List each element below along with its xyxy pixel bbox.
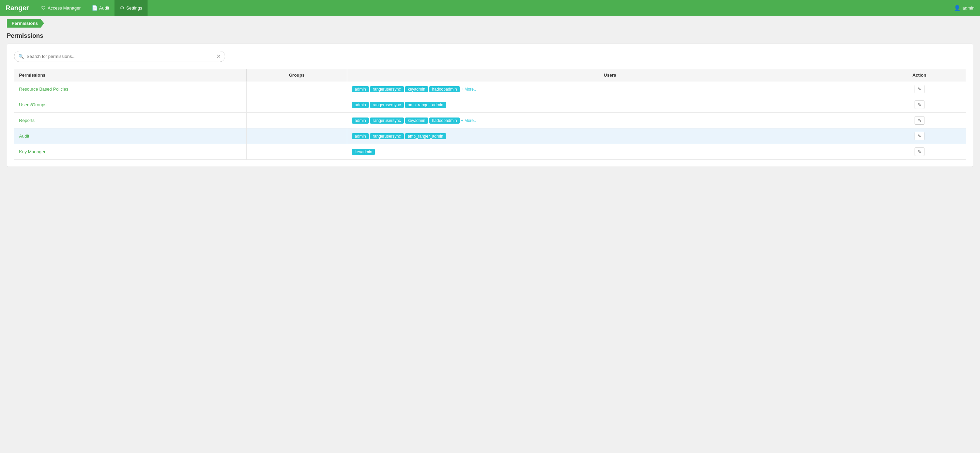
user-tag: hadoopadmin: [430, 118, 460, 124]
more-users-link[interactable]: + More..: [461, 118, 476, 123]
user-tag: rangerusersync: [370, 133, 404, 139]
settings-icon: ⚙: [120, 5, 124, 11]
nav-access-manager[interactable]: 🛡 Access Manager: [36, 0, 86, 16]
nav-settings-label: Settings: [126, 5, 142, 11]
permission-link[interactable]: Resource Based Policies: [19, 86, 68, 92]
permission-link[interactable]: Audit: [19, 134, 29, 138]
nav-items: 🛡 Access Manager 📄 Audit ⚙ Settings: [36, 0, 954, 16]
nav-access-manager-label: Access Manager: [48, 5, 81, 11]
action-cell: ✎: [873, 129, 966, 144]
main-content: 🔍 ✕ Permissions Groups Users Action Reso…: [7, 44, 973, 167]
users-cell: adminrangerusersynckeyadminhadoopadmin+ …: [347, 81, 873, 97]
page-title: Permissions: [0, 31, 980, 44]
permission-link[interactable]: Users/Groups: [19, 102, 46, 107]
user-tag: rangerusersync: [370, 102, 404, 108]
edit-button[interactable]: ✎: [915, 85, 924, 93]
action-cell: ✎: [873, 144, 966, 160]
breadcrumb-bar: Permissions: [0, 16, 980, 31]
table-row: Key Managerkeyadmin✎: [14, 144, 966, 160]
user-tag: admin: [352, 118, 369, 124]
user-tag: keyadmin: [405, 86, 428, 92]
breadcrumb: Permissions: [7, 19, 44, 28]
action-cell: ✎: [873, 97, 966, 113]
shield-icon: 🛡: [41, 5, 46, 11]
search-icon: 🔍: [18, 54, 24, 59]
nav-audit-label: Audit: [99, 5, 110, 11]
user-tag: amb_ranger_admin: [405, 102, 446, 108]
table-row: Users/Groupsadminrangerusersyncamb_range…: [14, 97, 966, 113]
users-cell: adminrangerusersyncamb_ranger_admin: [347, 129, 873, 144]
user-tag: amb_ranger_admin: [405, 133, 446, 139]
col-header-action: Action: [873, 69, 966, 81]
table-header-row: Permissions Groups Users Action: [14, 69, 966, 81]
permission-link[interactable]: Reports: [19, 118, 35, 123]
more-users-link[interactable]: + More..: [461, 87, 476, 92]
nav-settings[interactable]: ⚙ Settings: [115, 0, 148, 16]
navbar: Ranger 🛡 Access Manager 📄 Audit ⚙ Settin…: [0, 0, 980, 16]
edit-button[interactable]: ✎: [915, 132, 924, 140]
user-tag: keyadmin: [352, 149, 375, 155]
audit-icon: 📄: [92, 5, 97, 11]
table-row: Reportsadminrangerusersynckeyadminhadoop…: [14, 113, 966, 129]
search-box: 🔍 ✕: [14, 51, 225, 62]
groups-cell: [247, 113, 347, 129]
users-cell: keyadmin: [347, 144, 873, 160]
user-tag: admin: [352, 133, 369, 139]
action-cell: ✎: [873, 81, 966, 97]
user-tag: rangerusersync: [370, 118, 404, 124]
brand: Ranger: [5, 4, 29, 12]
username: admin: [963, 5, 975, 11]
user-tag: admin: [352, 102, 369, 108]
user-tag: admin: [352, 86, 369, 92]
edit-button[interactable]: ✎: [915, 116, 924, 125]
search-input[interactable]: [27, 54, 216, 59]
groups-cell: [247, 97, 347, 113]
users-cell: adminrangerusersyncamb_ranger_admin: [347, 97, 873, 113]
search-clear-icon[interactable]: ✕: [216, 53, 221, 60]
edit-button[interactable]: ✎: [915, 148, 924, 156]
user-tag: keyadmin: [405, 118, 428, 124]
edit-button[interactable]: ✎: [915, 100, 924, 109]
col-header-users: Users: [347, 69, 873, 81]
user-menu[interactable]: 👤 admin: [954, 5, 975, 11]
search-container: 🔍 ✕: [14, 51, 966, 62]
table-row: Resource Based Policiesadminrangerusersy…: [14, 81, 966, 97]
user-tag: hadoopadmin: [430, 86, 460, 92]
table-row: Auditadminrangerusersyncamb_ranger_admin…: [14, 129, 966, 144]
user-icon: 👤: [954, 5, 961, 11]
groups-cell: [247, 81, 347, 97]
nav-audit[interactable]: 📄 Audit: [86, 0, 115, 16]
users-cell: adminrangerusersynckeyadminhadoopadmin+ …: [347, 113, 873, 129]
user-tag: rangerusersync: [370, 86, 404, 92]
permissions-table: Permissions Groups Users Action Resource…: [14, 69, 966, 160]
col-header-permissions: Permissions: [14, 69, 247, 81]
groups-cell: [247, 129, 347, 144]
col-header-groups: Groups: [247, 69, 347, 81]
permission-link[interactable]: Key Manager: [19, 149, 45, 154]
groups-cell: [247, 144, 347, 160]
action-cell: ✎: [873, 113, 966, 129]
